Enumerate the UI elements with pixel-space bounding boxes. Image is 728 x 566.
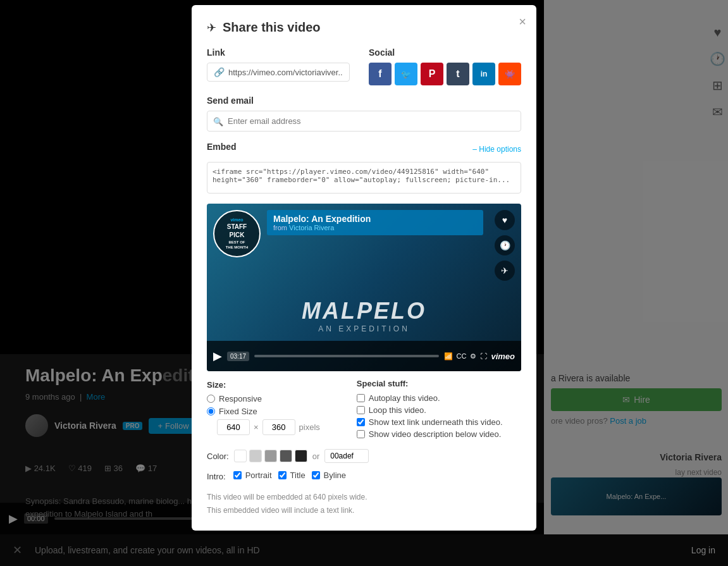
modal-close-button[interactable]: × (519, 15, 526, 28)
byline-checkbox[interactable] (312, 471, 320, 479)
preview-play-btn[interactable]: ▶ (213, 349, 222, 363)
hide-options-button[interactable]: – Hide options (472, 145, 521, 154)
paper-plane-icon: ✈ (207, 21, 216, 35)
preview-fullscreen-icon: ⛶ (480, 352, 487, 360)
description-option: Show video description below video. (357, 429, 521, 439)
best-of-text: BEST OF (228, 240, 245, 245)
special-section: Special stuff: Autoplay this video. Loop… (357, 379, 521, 441)
preview-center-text: MALPELO AN EXPEDITION (302, 298, 426, 333)
pixels-label: pixels (299, 422, 320, 432)
preview-vimeo-logo: vimeo (491, 352, 515, 361)
pinterest-button[interactable]: P (421, 63, 443, 85)
description-label: Show video description below video. (369, 429, 502, 439)
month-text: THE MONTH (226, 245, 249, 250)
intro-checkboxes: Portrait Title Byline (233, 471, 346, 483)
size-label: Size: (207, 380, 226, 390)
preview-gear-icon: ⚙ (470, 352, 476, 360)
swatch-black[interactable] (295, 450, 307, 462)
link-social-row: Link 🔗 Social f 🐦 P t in 👾 (207, 47, 521, 85)
title-option: Title (278, 471, 305, 480)
responsive-radio[interactable] (207, 395, 215, 403)
reddit-button[interactable]: 👾 (498, 63, 521, 85)
height-input[interactable] (262, 419, 295, 435)
title-checkbox[interactable] (278, 471, 287, 479)
preview-heart-icon: ♥ (495, 210, 515, 230)
fixed-label: Fixed Size (219, 407, 257, 416)
intro-label: Intro: (207, 472, 226, 481)
embed-section: Embed – Hide options <iframe src="https:… (207, 142, 521, 196)
social-section: Social f 🐦 P t in 👾 (369, 47, 521, 85)
size-x: × (254, 422, 259, 432)
notice-line-1: This video will be embedded at 640 pixel… (207, 491, 521, 503)
responsive-option: Responsive (207, 394, 344, 403)
link-label: Link (207, 47, 350, 58)
portrait-label: Portrait (245, 471, 272, 480)
fixed-option: Fixed Size (207, 407, 344, 416)
linkedin-button[interactable]: in (472, 63, 495, 85)
fixed-radio[interactable] (207, 407, 215, 415)
link-icon: 🔗 (214, 67, 225, 77)
embed-code-textarea[interactable]: <iframe src="https://player.vimeo.com/vi… (207, 162, 521, 194)
send-email-section: Send email 🔍 (207, 95, 521, 132)
swatch-lightgray[interactable] (249, 450, 262, 462)
text-link-option: Show text link underneath this video. (357, 417, 521, 427)
malpelo-title: MALPELO (302, 298, 426, 324)
share-modal: ✈ Share this video × Link 🔗 Social f 🐦 P… (192, 5, 536, 531)
options-row: Size: Responsive Fixed Size × pixels Sp (207, 379, 521, 441)
byline-option: Byline (312, 471, 346, 480)
preview-cc-icon: CC (457, 352, 467, 360)
size-section: Size: Responsive Fixed Size × pixels (207, 379, 344, 441)
facebook-button[interactable]: f (369, 63, 392, 85)
description-checkbox[interactable] (357, 430, 365, 438)
loop-checkbox[interactable] (357, 406, 365, 414)
twitter-button[interactable]: 🐦 (395, 63, 417, 85)
autoplay-label: Autoplay this video. (369, 393, 440, 403)
color-hex-input[interactable] (324, 449, 369, 463)
preview-clock-icon: 🕐 (495, 235, 515, 255)
tumblr-button[interactable]: t (447, 63, 469, 85)
send-email-label: Send email (207, 95, 521, 106)
width-input[interactable] (217, 419, 250, 435)
intro-section: Intro: Portrait Title Byline (207, 471, 521, 483)
preview-controls-right: 📶 CC ⚙ ⛶ vimeo (444, 352, 515, 361)
special-label: Special stuff: (357, 379, 521, 388)
link-input-wrap: 🔗 (207, 63, 350, 82)
staff-pick-badge: vimeo STAFF PICK BEST OF THE MONTH (213, 210, 261, 257)
email-input-wrap: 🔍 (207, 111, 521, 132)
link-section: Link 🔗 (207, 47, 350, 82)
text-link-label: Show text link underneath this video. (369, 417, 503, 427)
autoplay-checkbox[interactable] (357, 394, 365, 402)
byline-label: Byline (324, 471, 346, 480)
swatch-gray[interactable] (264, 450, 277, 462)
preview-time: 03:17 (227, 352, 249, 361)
text-link-checkbox[interactable] (357, 418, 365, 426)
portrait-option: Portrait (233, 471, 272, 480)
preview-author: Victoria Rivera (289, 224, 334, 231)
loop-label: Loop this video. (369, 405, 426, 415)
notice-text: This video will be embedded at 640 pixel… (207, 491, 521, 517)
modal-overlay: ✈ Share this video × Link 🔗 Social f 🐦 P… (0, 0, 728, 566)
swatch-white[interactable] (234, 450, 247, 462)
embed-header: Embed – Hide options (207, 142, 521, 157)
preview-controls: ▶ 03:17 📶 CC ⚙ ⛶ vimeo (207, 341, 521, 371)
malpelo-sub: AN EXPEDITION (302, 324, 426, 333)
social-label: Social (369, 47, 521, 58)
embed-preview: vimeo STAFF PICK BEST OF THE MONTH Malpe… (207, 204, 521, 371)
email-search-icon: 🔍 (213, 116, 223, 126)
preview-volume-icon: 📶 (444, 352, 453, 360)
swatch-darkgray[interactable] (280, 450, 292, 462)
portrait-checkbox[interactable] (233, 471, 242, 479)
preview-icons-right: ♥ 🕐 ✈ (495, 210, 515, 281)
email-input[interactable] (207, 111, 521, 132)
color-swatches (234, 450, 307, 462)
notice-line-2: This embedded video will include a text … (207, 505, 521, 517)
title-label: Title (290, 471, 305, 480)
preview-title-bar: Malpelo: An Expedition from Victoria Riv… (267, 210, 483, 235)
preview-share-icon: ✈ (495, 261, 515, 281)
link-input[interactable] (228, 68, 343, 77)
modal-header: ✈ Share this video × (207, 20, 521, 35)
embed-label: Embed (207, 142, 237, 152)
preview-progress-bar (254, 355, 439, 357)
responsive-label: Responsive (219, 394, 262, 403)
color-label: Color: (207, 452, 229, 461)
